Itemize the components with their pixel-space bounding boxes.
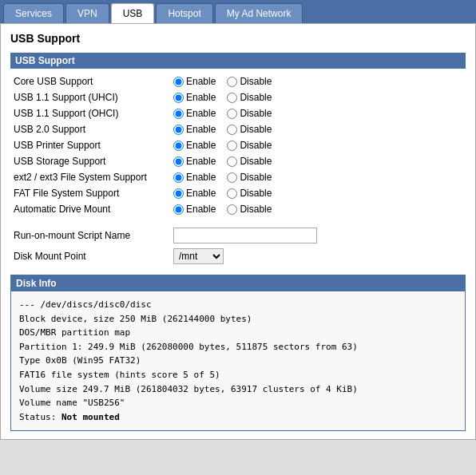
setting-label: FAT File System Support bbox=[10, 185, 170, 201]
settings-row: Automatic Drive MountEnableDisable bbox=[10, 201, 466, 217]
disk-info-line: DOS/MBR partition map bbox=[19, 326, 457, 340]
disk-mount-label: Disk Mount Point bbox=[10, 246, 170, 267]
disk-info-line: Block device, size 250 MiB (262144000 by… bbox=[19, 312, 457, 327]
disk-info-section: Disk Info --- /dev/discs/disc0/discBlock… bbox=[10, 275, 466, 431]
settings-row: USB 1.1 Support (OHCI)EnableDisable bbox=[10, 105, 466, 121]
radio-group: EnableDisable bbox=[173, 204, 462, 215]
radio-group: EnableDisable bbox=[173, 124, 462, 135]
disable-radio[interactable] bbox=[227, 188, 237, 199]
radio-group: EnableDisable bbox=[173, 188, 462, 199]
disable-radio[interactable] bbox=[227, 204, 237, 215]
radio-group: EnableDisable bbox=[173, 172, 462, 183]
disk-mount-row: Disk Mount Point /mnt/media/usb bbox=[10, 246, 466, 267]
disk-info-header: Disk Info bbox=[11, 275, 465, 291]
enable-radio-label[interactable]: Enable bbox=[173, 172, 216, 183]
disk-info-line: Volume size 249.7 MiB (261804032 bytes, … bbox=[19, 382, 457, 397]
disk-info-body: --- /dev/discs/disc0/discBlock device, s… bbox=[11, 291, 465, 430]
settings-row: ext2 / ext3 File System SupportEnableDis… bbox=[10, 169, 466, 185]
disable-radio-label[interactable]: Disable bbox=[227, 140, 272, 151]
enable-radio-label[interactable]: Enable bbox=[173, 92, 216, 103]
disk-info-line: Volume name "USB256" bbox=[19, 396, 457, 410]
setting-label: USB 1.1 Support (OHCI) bbox=[10, 105, 170, 121]
enable-radio[interactable] bbox=[173, 125, 184, 135]
enable-radio-label[interactable]: Enable bbox=[173, 124, 216, 135]
disable-radio-label[interactable]: Disable bbox=[227, 204, 272, 215]
usb-settings-table: Core USB SupportEnableDisableUSB 1.1 Sup… bbox=[10, 73, 466, 217]
run-on-mount-input[interactable] bbox=[173, 228, 317, 243]
tab-usb[interactable]: USB bbox=[111, 3, 155, 23]
enable-radio-label[interactable]: Enable bbox=[173, 156, 216, 167]
setting-label: USB 2.0 Support bbox=[10, 121, 170, 137]
enable-radio[interactable] bbox=[173, 172, 184, 183]
enable-radio-label[interactable]: Enable bbox=[173, 108, 216, 119]
disable-radio-label[interactable]: Disable bbox=[227, 172, 272, 183]
setting-label: USB Printer Support bbox=[10, 137, 170, 153]
enable-radio[interactable] bbox=[173, 109, 184, 119]
disable-radio-label[interactable]: Disable bbox=[227, 124, 272, 135]
setting-label: Core USB Support bbox=[10, 73, 170, 89]
disable-radio-label[interactable]: Disable bbox=[227, 188, 272, 199]
disable-radio[interactable] bbox=[227, 93, 237, 103]
run-on-mount-label: Run-on-mount Script Name bbox=[10, 225, 170, 246]
disable-radio-label[interactable]: Disable bbox=[227, 156, 272, 167]
disk-info-line: --- /dev/discs/disc0/disc bbox=[19, 298, 457, 312]
disk-info-line: Type 0x0B (Win95 FAT32) bbox=[19, 354, 457, 368]
radio-group: EnableDisable bbox=[173, 92, 462, 103]
usb-support-section-header: USB Support bbox=[10, 53, 466, 69]
tab-hotspot[interactable]: Hotspot bbox=[156, 3, 212, 23]
radio-group: EnableDisable bbox=[173, 156, 462, 167]
enable-radio[interactable] bbox=[173, 188, 184, 199]
enable-radio-label[interactable]: Enable bbox=[173, 188, 216, 199]
enable-radio-label[interactable]: Enable bbox=[173, 76, 216, 87]
setting-label: ext2 / ext3 File System Support bbox=[10, 169, 170, 185]
disable-radio-label[interactable]: Disable bbox=[227, 108, 272, 119]
disk-info-line: FAT16 file system (hints score 5 of 5) bbox=[19, 368, 457, 382]
disable-radio[interactable] bbox=[227, 77, 237, 87]
disk-info-line: Status: Not mounted bbox=[19, 410, 457, 425]
tab-bar: Services VPN USB Hotspot My Ad Network bbox=[0, 0, 476, 23]
settings-row: FAT File System SupportEnableDisable bbox=[10, 185, 466, 201]
extra-settings-table: Run-on-mount Script Name Disk Mount Poin… bbox=[10, 225, 466, 267]
tab-services[interactable]: Services bbox=[3, 3, 64, 23]
page-title: USB Support bbox=[10, 32, 466, 45]
disk-info-line: Partition 1: 249.9 MiB (262080000 bytes,… bbox=[19, 340, 457, 354]
run-on-mount-row: Run-on-mount Script Name bbox=[10, 225, 466, 246]
disable-radio-label[interactable]: Disable bbox=[227, 92, 272, 103]
setting-label: USB Storage Support bbox=[10, 153, 170, 169]
settings-row: USB Storage SupportEnableDisable bbox=[10, 153, 466, 169]
setting-label: USB 1.1 Support (UHCI) bbox=[10, 89, 170, 105]
settings-row: Core USB SupportEnableDisable bbox=[10, 73, 466, 89]
disable-radio[interactable] bbox=[227, 109, 237, 119]
disable-radio[interactable] bbox=[227, 141, 237, 151]
settings-row: USB 2.0 SupportEnableDisable bbox=[10, 121, 466, 137]
enable-radio-label[interactable]: Enable bbox=[173, 140, 216, 151]
disable-radio[interactable] bbox=[227, 125, 237, 135]
tab-myadnetwork[interactable]: My Ad Network bbox=[215, 3, 303, 23]
disable-radio-label[interactable]: Disable bbox=[227, 76, 272, 87]
tab-vpn[interactable]: VPN bbox=[65, 3, 109, 23]
radio-group: EnableDisable bbox=[173, 76, 462, 87]
disable-radio[interactable] bbox=[227, 172, 237, 183]
enable-radio[interactable] bbox=[173, 204, 184, 215]
radio-group: EnableDisable bbox=[173, 108, 462, 119]
settings-row: USB 1.1 Support (UHCI)EnableDisable bbox=[10, 89, 466, 105]
setting-label: Automatic Drive Mount bbox=[10, 201, 170, 217]
radio-group: EnableDisable bbox=[173, 140, 462, 151]
enable-radio[interactable] bbox=[173, 77, 184, 87]
disable-radio[interactable] bbox=[227, 156, 237, 167]
enable-radio-label[interactable]: Enable bbox=[173, 204, 216, 215]
enable-radio[interactable] bbox=[173, 141, 184, 151]
enable-radio[interactable] bbox=[173, 156, 184, 167]
disk-mount-select[interactable]: /mnt/media/usb bbox=[173, 248, 224, 264]
page-content: USB Support USB Support Core USB Support… bbox=[0, 23, 476, 440]
enable-radio[interactable] bbox=[173, 93, 184, 103]
settings-row: USB Printer SupportEnableDisable bbox=[10, 137, 466, 153]
